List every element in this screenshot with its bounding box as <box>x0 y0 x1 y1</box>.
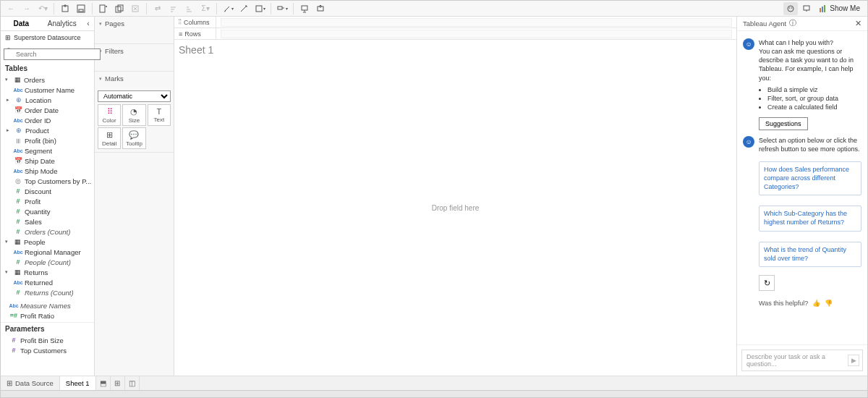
field-quantity[interactable]: #Quantity <box>1 206 94 216</box>
calendar-icon: 📅 <box>14 106 22 114</box>
main-toolbar: ← → ↶▾ ⇄ Σ▾ ▾ ▾ ▾ Show Me <box>1 1 867 17</box>
new-worksheet-icon[interactable] <box>96 2 111 15</box>
marks-color[interactable]: ⠿Color <box>98 104 121 126</box>
totals-icon[interactable]: Σ▾ <box>198 2 213 15</box>
agent-toggle-icon[interactable] <box>783 2 798 15</box>
field-people-count[interactable]: #People (Count) <box>1 257 94 267</box>
new-datasource-icon[interactable] <box>58 2 72 15</box>
field-sales[interactable]: #Sales <box>1 216 94 226</box>
field-ship-date[interactable]: 📅Ship Date <box>1 156 94 166</box>
sheet-title[interactable]: Sheet 1 <box>179 44 732 56</box>
new-worksheet-icon[interactable]: ⬒ <box>96 376 111 390</box>
field-orders-count[interactable]: #Orders (Count) <box>1 226 94 237</box>
tooltip-icon: 💬 <box>129 130 139 140</box>
tab-analytics[interactable]: Analytics <box>42 17 83 30</box>
guide-icon[interactable] <box>799 2 814 15</box>
suggestion-card[interactable]: Which Sub-Category has the highest numbe… <box>759 206 861 231</box>
marks-shelf[interactable]: ▾Marks <box>95 72 174 85</box>
new-dashboard-icon[interactable]: ⊞ <box>111 376 125 390</box>
info-icon[interactable]: ⓘ <box>789 19 796 28</box>
viz-area[interactable]: Sheet 1 Drop field here <box>174 40 736 376</box>
table-icon: ▦ <box>13 268 22 276</box>
field-product[interactable]: ▸⊕Product <box>1 125 94 135</box>
field-customer-name[interactable]: AbcCustomer Name <box>1 85 94 95</box>
svg-rect-3 <box>100 5 105 12</box>
share-icon[interactable] <box>313 2 328 15</box>
datasource-name[interactable]: ⊞ Superstore Datasource <box>1 31 94 44</box>
field-ship-mode[interactable]: AbcShip Mode <box>1 166 94 176</box>
forward-icon[interactable]: → <box>20 2 34 15</box>
field-profit-bin[interactable]: ⫼Profit (bin) <box>1 135 94 145</box>
tab-data-source[interactable]: ⊞Data Source <box>1 376 60 390</box>
show-me-button[interactable]: Show Me <box>815 4 864 12</box>
field-location[interactable]: ▸⊕Location <box>1 95 94 105</box>
abc-icon: Abc <box>14 250 22 255</box>
undo-dropdown-icon[interactable]: ↶▾ <box>35 2 50 15</box>
refresh-suggestions-icon[interactable]: ↻ <box>759 275 775 291</box>
new-story-icon[interactable]: ◫ <box>125 376 140 390</box>
table-people[interactable]: ▾▦People <box>1 237 94 247</box>
send-icon[interactable]: ▶ <box>848 355 859 366</box>
marks-tooltip[interactable]: 💬Tooltip <box>122 127 145 149</box>
marks-detail[interactable]: ⊞Detail <box>98 127 121 149</box>
field-regional-manager[interactable]: AbcRegional Manager <box>1 247 94 257</box>
field-profit-ratio[interactable]: =#Profit Ratio <box>1 310 94 321</box>
close-agent-icon[interactable]: ✕ <box>855 19 861 28</box>
datasource-icon: ⊞ <box>5 34 11 41</box>
rows-shelf[interactable]: ≡Rows <box>174 28 736 40</box>
back-icon[interactable]: ← <box>4 2 18 15</box>
save-icon[interactable] <box>74 2 88 15</box>
agent-bullet: Build a simple viz <box>767 85 861 94</box>
field-order-id[interactable]: AbcOrder ID <box>1 115 94 125</box>
labels-icon[interactable]: ▾ <box>275 2 289 15</box>
agent-intro-heading: What can I help you with? <box>759 38 861 47</box>
annotate-icon[interactable] <box>237 2 251 15</box>
marks-size[interactable]: ◔Size <box>122 104 145 126</box>
field-segment[interactable]: AbcSegment <box>1 145 94 156</box>
sort-asc-icon[interactable] <box>166 2 181 15</box>
param-profit-bin-size[interactable]: #Profit Bin Size <box>1 335 94 345</box>
agent-bullet: Filter, sort, or group data <box>767 94 861 103</box>
highlight-icon[interactable]: ▾ <box>221 2 235 15</box>
sort-desc-icon[interactable] <box>182 2 197 15</box>
globe-icon: ⊕ <box>14 96 23 103</box>
field-measure-names[interactable]: AbcMeasure Names <box>1 300 94 310</box>
tab-sheet-1[interactable]: Sheet 1 <box>60 376 96 390</box>
thumbs-up-icon[interactable]: 👍 <box>812 300 820 307</box>
number-icon: # <box>14 228 22 235</box>
field-profit[interactable]: #Profit <box>1 196 94 206</box>
marks-text[interactable]: TText <box>148 104 171 126</box>
mark-type-select[interactable]: Automatic <box>98 90 171 102</box>
abc-icon: Abc <box>9 303 18 308</box>
clear-icon[interactable] <box>128 2 142 15</box>
field-order-date[interactable]: 📅Order Date <box>1 105 94 115</box>
status-bar <box>1 390 867 397</box>
presentation-icon[interactable] <box>297 2 312 15</box>
duplicate-icon[interactable] <box>112 2 127 15</box>
table-orders[interactable]: ▾▦Orders <box>1 75 94 85</box>
filters-shelf[interactable]: ▾Filters <box>95 44 174 58</box>
swap-icon[interactable]: ⇄ <box>150 2 165 15</box>
pages-shelf[interactable]: ▾Pages <box>95 17 174 30</box>
fit-icon[interactable]: ▾ <box>252 2 267 15</box>
svg-rect-2 <box>79 9 83 12</box>
thumbs-down-icon[interactable]: 👎 <box>825 300 833 307</box>
tab-data[interactable]: Data <box>1 17 42 30</box>
agent-input[interactable]: Describe your task or ask a question... … <box>741 350 863 371</box>
field-discount[interactable]: #Discount <box>1 186 94 196</box>
suggestions-button[interactable]: Suggestions <box>759 117 808 130</box>
param-top-customers[interactable]: #Top Customers <box>1 345 94 355</box>
suggestion-card[interactable]: What is the trend of Quantity sold over … <box>759 242 861 267</box>
svg-rect-15 <box>820 8 821 12</box>
number-icon: # <box>14 258 22 266</box>
collapse-panel-icon[interactable]: ‹ <box>82 17 94 30</box>
datasource-icon: ⊞ <box>7 379 12 387</box>
field-returns-count[interactable]: #Returns (Count) <box>1 287 94 297</box>
field-top-customers-set[interactable]: ◎Top Customers by P... <box>1 176 94 186</box>
suggestion-card[interactable]: How does Sales performance compare acros… <box>759 161 861 195</box>
abc-icon: Abc <box>14 118 22 123</box>
search-input[interactable] <box>4 48 101 60</box>
field-returned[interactable]: AbcReturned <box>1 277 94 287</box>
table-returns[interactable]: ▾▦Returns <box>1 267 94 277</box>
columns-shelf[interactable]: ⦙⦙Columns <box>174 17 736 28</box>
